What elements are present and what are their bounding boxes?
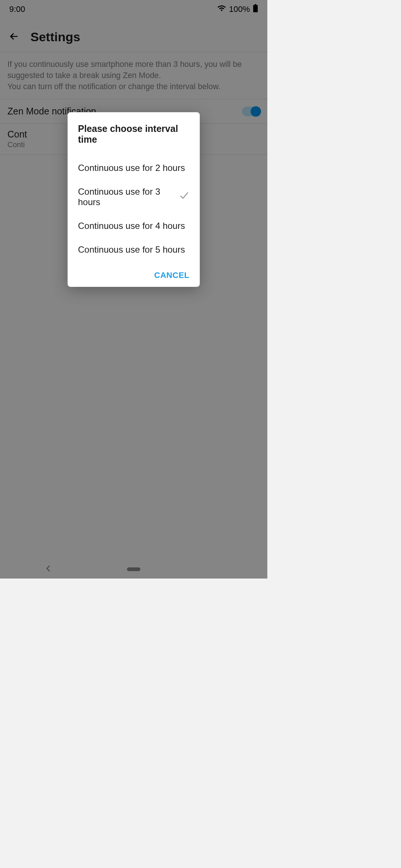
dialog-options: Continuous use for 2 hours Continuous us… bbox=[68, 152, 200, 265]
interval-option-4h[interactable]: Continuous use for 4 hours bbox=[68, 214, 200, 238]
interval-option-5h[interactable]: Continuous use for 5 hours bbox=[68, 238, 200, 262]
cancel-button[interactable]: CANCEL bbox=[154, 271, 189, 280]
option-label: Continuous use for 2 hours bbox=[78, 163, 185, 173]
dialog-actions: CANCEL bbox=[68, 265, 200, 280]
dialog-title: Please choose interval time bbox=[68, 123, 200, 152]
check-icon bbox=[179, 192, 189, 202]
option-label: Continuous use for 5 hours bbox=[78, 244, 185, 255]
option-label: Continuous use for 4 hours bbox=[78, 221, 185, 231]
interval-dialog: Please choose interval time Continuous u… bbox=[68, 112, 200, 287]
interval-option-2h[interactable]: Continuous use for 2 hours bbox=[68, 156, 200, 180]
dialog-overlay[interactable]: Please choose interval time Continuous u… bbox=[0, 0, 267, 579]
option-label: Continuous use for 3 hours bbox=[78, 187, 179, 207]
interval-option-3h[interactable]: Continuous use for 3 hours bbox=[68, 180, 200, 214]
